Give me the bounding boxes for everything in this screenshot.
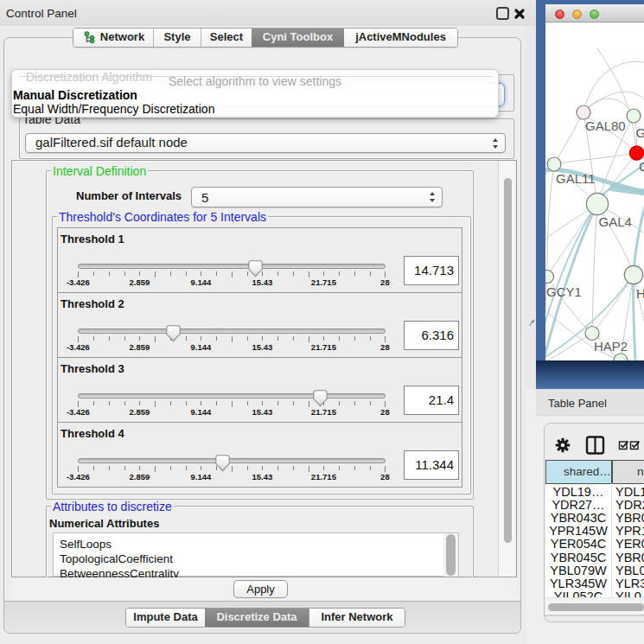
svg-text:CYC1: CYC1: [639, 159, 644, 174]
svg-text:GAL80: GAL80: [585, 118, 626, 133]
svg-text:GAL4: GAL4: [599, 214, 632, 229]
svg-text:GAL2: GAL2: [636, 125, 644, 140]
svg-text:GAL11: GAL11: [556, 171, 596, 186]
svg-text:HAP2: HAP2: [594, 339, 628, 354]
svg-text:HAP1: HAP1: [636, 286, 644, 301]
svg-text:GCY1: GCY1: [546, 284, 582, 299]
